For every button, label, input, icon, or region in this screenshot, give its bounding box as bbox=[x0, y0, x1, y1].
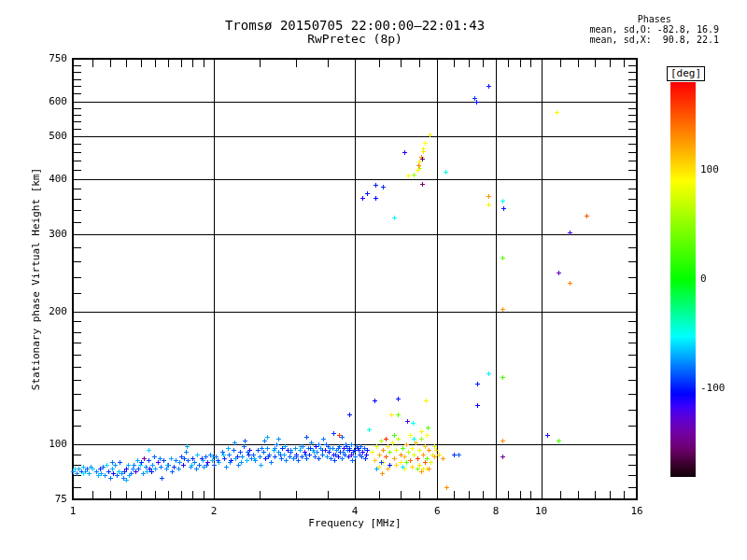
phase-stats-block: Phases mean, sd,O: -82.8, 16.9 mean, sd,… bbox=[590, 14, 719, 45]
page-subtitle: RwPretec (8p) bbox=[73, 32, 637, 46]
colorbar-tick-label: -100 bbox=[700, 382, 726, 394]
x-tick-label: 4 bbox=[341, 505, 369, 517]
x-tick-label: 2 bbox=[200, 505, 228, 517]
phase-stats-header: Phases bbox=[590, 14, 719, 24]
scatter-plot-canvas bbox=[0, 0, 747, 560]
x-tick-label: 6 bbox=[423, 505, 451, 517]
phase-mean-x: mean, sd,X: 90.8, 22.1 bbox=[590, 35, 719, 45]
y-axis-label: Stationary phase Virtual Height [km] bbox=[30, 168, 42, 390]
x-tick-label: 10 bbox=[528, 505, 556, 517]
colorbar-tick-label: 0 bbox=[700, 273, 707, 285]
colorbar-unit-label: [deg] bbox=[667, 66, 705, 81]
y-tick-label: 75 bbox=[26, 493, 67, 505]
y-tick-label: 200 bbox=[26, 305, 67, 317]
y-tick-label: 300 bbox=[26, 228, 67, 240]
y-tick-label: 400 bbox=[26, 173, 67, 185]
x-axis-label: Frequency [MHz] bbox=[73, 517, 637, 529]
colorbar-tick-label: 100 bbox=[700, 163, 719, 175]
y-tick-label: 500 bbox=[26, 130, 67, 142]
y-tick-label: 100 bbox=[26, 438, 67, 450]
y-tick-label: 750 bbox=[26, 52, 67, 64]
x-tick-label: 1 bbox=[59, 505, 87, 517]
x-tick-label: 16 bbox=[623, 505, 651, 517]
y-tick-label: 600 bbox=[26, 95, 67, 107]
x-tick-label: 8 bbox=[482, 505, 510, 517]
page-title: Tromsø 20150705 22:00:00–22:01:43 bbox=[73, 18, 637, 33]
ionogram-figure: Tromsø 20150705 22:00:00–22:01:43 RwPret… bbox=[0, 0, 747, 560]
phase-mean-o: mean, sd,O: -82.8, 16.9 bbox=[590, 24, 719, 35]
